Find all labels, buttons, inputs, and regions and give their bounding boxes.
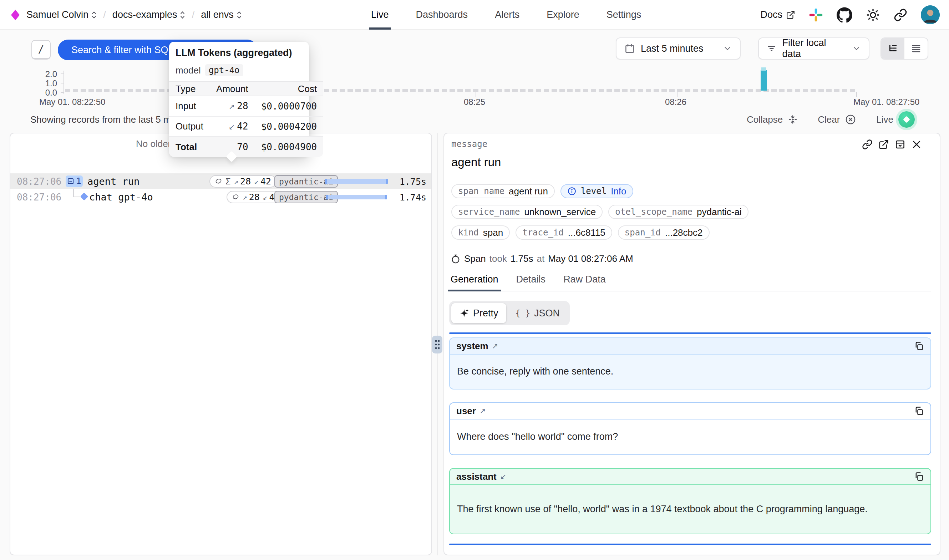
row-amount: 28 [237, 101, 248, 111]
tokens-out: 42 [260, 176, 271, 186]
took-word: Span [464, 253, 486, 264]
span-duration: 1.74s [400, 192, 426, 203]
token-coin-icon [215, 178, 222, 185]
view-mode-toggle [880, 37, 928, 60]
llm-tokens-tooltip: LLM Tokens (aggregated) model gpt-4o Typ… [169, 42, 309, 157]
tab-settings[interactable]: Settings [606, 0, 641, 29]
tab-details[interactable]: Details [515, 274, 547, 291]
took-duration: 1.75s [511, 253, 534, 264]
sort-chevrons-icon [180, 11, 185, 19]
badge-service-name[interactable]: service_name unknown_service [451, 205, 603, 219]
time-range-value: Last 5 minutes [641, 43, 704, 54]
copy-icon[interactable] [914, 472, 924, 482]
tree-view-button[interactable] [881, 38, 904, 59]
tree-connector [73, 189, 74, 197]
copy-icon[interactable] [914, 341, 924, 351]
message-role: system [456, 341, 488, 352]
trace-row-chat-gpt-4o[interactable]: 08:27:06 chat gpt-4o ↗ 28 ↙ 42 pydantic-… [10, 189, 431, 205]
row-type: Input [169, 96, 210, 116]
badge-span-name[interactable]: span_name agent run [451, 184, 555, 198]
col-amount: Amount [210, 82, 255, 96]
message-text: The first known use of "hello, world" wa… [450, 485, 878, 533]
x-tick-mark [475, 92, 476, 97]
sort-chevrons-icon [91, 11, 97, 19]
pretty-toggle-button[interactable]: Pretty [451, 303, 506, 323]
table-row-total: Total 70 $0.0004900 [169, 137, 323, 157]
message-text: Be concise, reply with one sentence. [450, 355, 931, 388]
span-duration-bar[interactable] [325, 179, 388, 184]
close-icon[interactable] [911, 139, 922, 150]
list-view-button[interactable] [904, 38, 927, 59]
env-selector[interactable]: all envs [201, 9, 242, 20]
filter-local-data-select[interactable]: Filter local data [758, 37, 869, 60]
tab-dashboards[interactable]: Dashboards [416, 0, 468, 29]
tab-alerts[interactable]: Alerts [495, 0, 520, 29]
tokens-in: 28 [240, 176, 251, 186]
input-arrow-icon: ↗ [492, 342, 498, 350]
slack-icon[interactable] [809, 8, 823, 22]
row-cost: $0.0000700 [255, 96, 324, 116]
copy-link-icon[interactable] [862, 139, 873, 150]
live-toggle[interactable]: Live [876, 111, 915, 128]
input-arrow-icon: ↗ [243, 193, 247, 202]
child-count: 1 [76, 176, 81, 186]
github-icon[interactable] [837, 7, 852, 23]
message-card-system: system ↗ Be concise, reply with one sent… [449, 337, 931, 389]
status-actions: Collapse Clear Live [747, 111, 915, 128]
trace-list-panel: No older records 08:27:06 1 agent run Σ … [10, 133, 432, 555]
collapse-children-badge[interactable]: 1 [66, 175, 83, 187]
tab-generation[interactable]: Generation [449, 274, 500, 291]
badge-value: ...6c8115 [568, 227, 605, 238]
tab-live[interactable]: Live [371, 0, 389, 29]
badge-key: level [581, 186, 606, 196]
org-selector[interactable]: Samuel Colvin [26, 9, 97, 20]
clear-button[interactable]: Clear [818, 114, 856, 125]
tab-explore[interactable]: Explore [546, 0, 579, 29]
external-link-icon [786, 10, 795, 20]
tab-raw-data[interactable]: Raw Data [562, 274, 607, 291]
span-diamond-icon [80, 192, 88, 201]
collapse-button[interactable]: Collapse [747, 114, 798, 125]
detail-tabs: Generation Details Raw Data [449, 274, 931, 291]
breadcrumb-separator: / [192, 9, 194, 21]
scroll-boundary-top [449, 332, 931, 334]
badge-trace-id[interactable]: trace_id ...6c8115 [515, 225, 612, 240]
env-name: all envs [201, 9, 234, 20]
copy-icon[interactable] [914, 406, 924, 416]
badge-level[interactable]: level Info [560, 184, 633, 198]
live-label: Live [876, 114, 894, 125]
badge-value: agent run [509, 186, 548, 197]
token-usage-pill[interactable]: Σ ↗ 28 ↙ 42 [209, 175, 277, 188]
trace-row-agent-run[interactable]: 08:27:06 1 agent run Σ ↗ 28 ↙ 42 pydanti… [10, 173, 431, 189]
tokens-table: Type Amount Cost Input ↗28 $0.0000700 Ou… [169, 82, 323, 157]
docs-link[interactable]: Docs [760, 9, 795, 20]
badge-key: span_id [625, 228, 661, 238]
docs-label: Docs [760, 9, 782, 20]
open-external-icon[interactable] [878, 139, 889, 150]
theme-sun-icon[interactable] [866, 8, 880, 22]
panel-resize-handle[interactable] [432, 335, 442, 354]
time-range-select[interactable]: Last 5 minutes [616, 37, 741, 60]
badge-value: span [483, 227, 503, 238]
live-indicator-icon [898, 111, 915, 128]
share-link-icon[interactable] [894, 8, 907, 22]
trace-time: 08:27:06 [17, 176, 62, 187]
avatar[interactable] [921, 5, 940, 24]
json-toggle-button[interactable]: { } JSON [508, 303, 568, 323]
span-duration-bar[interactable] [326, 195, 387, 199]
x-tick-label-start: May 01. 08:22:50 [39, 97, 105, 107]
org-name: Samuel Colvin [26, 9, 88, 20]
badge-otel-scope-name[interactable]: otel_scope_name pydantic-ai [608, 205, 748, 219]
collapse-icon [788, 114, 798, 125]
input-arrow-icon: ↗ [480, 407, 486, 415]
badge-key: trace_id [522, 228, 564, 238]
badge-kind[interactable]: kind span [451, 225, 510, 240]
badge-span-id[interactable]: span_id ...28cbc2 [618, 225, 710, 240]
table-row-output: Output ↙42 $0.0004200 [169, 116, 323, 137]
row-type: Total [169, 137, 210, 157]
histogram-bar[interactable] [761, 70, 767, 91]
message-role: user [456, 406, 476, 417]
project-selector[interactable]: docs-examples [112, 9, 186, 20]
row-amount: 42 [237, 121, 248, 132]
dock-panel-icon[interactable] [895, 139, 906, 150]
